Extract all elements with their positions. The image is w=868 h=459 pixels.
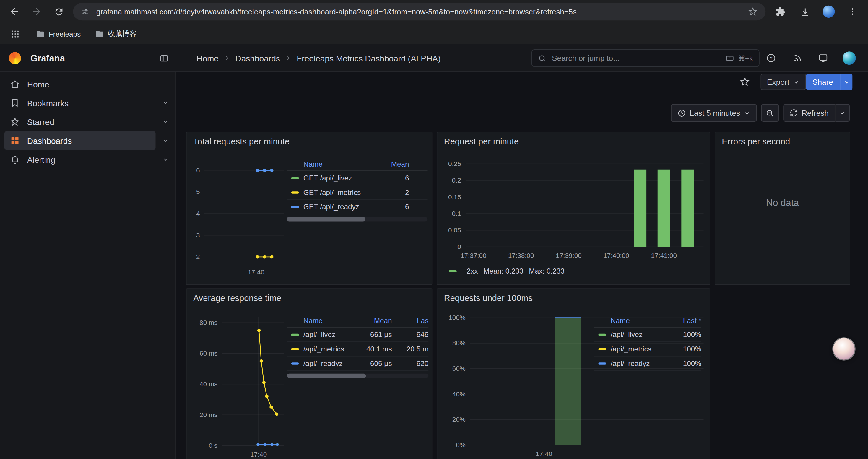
search-input[interactable] (551, 53, 720, 63)
panel-title[interactable]: Errors per second (722, 137, 790, 147)
refresh-label: Refresh (802, 108, 829, 117)
series-label[interactable]: 2xx (467, 267, 478, 275)
legend-sort-header[interactable]: Mean (355, 317, 392, 325)
share-button[interactable]: Share (806, 73, 840, 90)
svg-text:0.1: 0.1 (452, 210, 461, 218)
legend-scrollbar[interactable] (287, 374, 429, 378)
export-label: Export (767, 77, 789, 86)
apps-grid-icon[interactable] (8, 27, 22, 40)
sidebar-item-bookmarks[interactable]: Bookmarks (0, 94, 176, 112)
legend-sort-header[interactable]: Las (392, 317, 429, 325)
grafana-top-nav: Grafana Home Dashboards Freeleaps Metric… (0, 44, 868, 72)
url-text[interactable]: grafana.mathmast.com/d/deytv4rwavabkb/fr… (96, 7, 748, 15)
sidebar-item-alerting[interactable]: Alerting (0, 150, 176, 169)
svg-text:80 ms: 80 ms (199, 319, 217, 326)
sidebar-item-dashboards[interactable]: Dashboards (0, 131, 176, 150)
time-range-button[interactable]: Last 5 minutes (671, 104, 757, 122)
export-button[interactable]: Export (761, 73, 806, 90)
svg-text:17:40: 17:40 (536, 450, 552, 458)
legend-row[interactable]: /api/_readyz100% (594, 357, 702, 371)
sidebar-toggle-icon[interactable] (159, 54, 169, 63)
legend-row[interactable]: GET /api/_metrics2 (287, 186, 428, 200)
back-button[interactable] (8, 5, 21, 18)
chevron-down-icon[interactable] (156, 100, 176, 106)
magnifier-minus-icon (766, 109, 774, 117)
search-shortcut-keys: ⌘+k (738, 54, 753, 62)
bookmark-item-freeleaps[interactable]: Freeleaps (36, 29, 81, 38)
zoom-out-button[interactable] (761, 104, 779, 122)
help-icon[interactable]: ? (765, 52, 778, 65)
series-max: Max: 0.233 (529, 267, 565, 275)
panel-request-per-minute: Request per minute 0.250.20.150.10.05017… (437, 132, 710, 285)
legend-row[interactable]: GET /api/_livez6 (287, 171, 428, 186)
bookmark-item-blogs[interactable]: 收藏博客 (95, 29, 137, 39)
series-color-marker (291, 205, 299, 208)
bookmark-star-icon[interactable] (748, 6, 758, 17)
refresh-interval-caret[interactable] (835, 104, 850, 122)
svg-text:17:37:00: 17:37:00 (461, 252, 486, 259)
browser-menu-kebab-icon[interactable] (846, 5, 859, 18)
sync-icon (790, 109, 798, 117)
series-value: 620 (392, 359, 429, 367)
panel-total-requests: Total requests per minute 6543217:40 Nam… (186, 132, 433, 285)
svg-text:0%: 0% (456, 441, 465, 449)
share-caret-button[interactable] (840, 73, 852, 90)
scrollbar-thumb[interactable] (287, 217, 366, 221)
svg-text:17:39:00: 17:39:00 (556, 252, 582, 259)
reload-button[interactable] (52, 5, 65, 18)
address-bar[interactable]: grafana.mathmast.com/d/deytv4rwavabkb/fr… (73, 3, 766, 21)
legend-table: NameLast */api/_livez100%/api/_metrics10… (594, 314, 702, 371)
floating-assistant-avatar[interactable] (833, 338, 855, 360)
sidebar-item-starred[interactable]: Starred (0, 112, 176, 131)
chevron-down-icon (839, 110, 845, 116)
svg-text:0.2: 0.2 (452, 177, 461, 184)
browser-profile-avatar[interactable] (823, 6, 835, 18)
legend-row[interactable]: GET /api/_readyz6 (287, 200, 428, 214)
legend-sort-header[interactable]: Mean (373, 160, 409, 168)
sidebar-item-label: Alerting (27, 155, 55, 164)
legend-row[interactable]: /api/_livez661 µs646 (287, 328, 429, 342)
legend-row[interactable]: /api/_metrics100% (594, 342, 702, 357)
series-value: 605 µs (355, 359, 392, 367)
series-color-marker (291, 348, 299, 350)
chevron-down-icon[interactable] (156, 119, 176, 125)
series-name: /api/_readyz (611, 359, 665, 367)
breadcrumb-item-dashboards[interactable]: Dashboards (235, 54, 280, 63)
display-monitor-icon[interactable] (816, 52, 830, 65)
legend-row[interactable]: /api/_metrics40.1 ms20.5 m (287, 342, 429, 357)
series-value: 20.5 m (392, 345, 429, 353)
panel-requests-under-100ms: Requests under 100ms 100%80%60%40%20%0%1… (437, 288, 710, 459)
legend-sort-header[interactable]: Last * (665, 317, 701, 325)
grafana-logo[interactable] (9, 52, 21, 64)
chevron-down-icon[interactable] (156, 156, 176, 162)
series-value: 6 (373, 174, 409, 182)
search-box[interactable]: ⌘+k (531, 49, 760, 67)
legend-row[interactable]: /api/_readyz605 µs620 (287, 357, 429, 371)
extensions-puzzle-icon[interactable] (774, 5, 787, 18)
share-split-button: Share (806, 73, 852, 90)
series-name: /api/_livez (303, 330, 355, 339)
refresh-button[interactable]: Refresh (783, 104, 835, 122)
series-value: 100% (665, 359, 701, 367)
sidebar-item-home[interactable]: Home (0, 75, 176, 94)
svg-text:0: 0 (457, 243, 461, 251)
legend-row[interactable]: /api/_livez100% (594, 328, 702, 342)
star-icon (10, 117, 20, 127)
series-value: 100% (665, 345, 701, 353)
site-settings-icon[interactable] (81, 7, 90, 16)
legend-scrollbar[interactable] (287, 217, 428, 221)
series-color-marker (291, 177, 299, 179)
breadcrumb-item-home[interactable]: Home (196, 54, 219, 63)
svg-text:17:40: 17:40 (250, 451, 267, 458)
legend-header: NameLast * (594, 314, 702, 328)
forward-button[interactable] (30, 5, 43, 18)
download-icon[interactable] (798, 5, 812, 18)
favorite-star-icon[interactable] (740, 76, 750, 87)
scrollbar-thumb[interactable] (287, 374, 366, 378)
chevron-down-icon[interactable] (156, 137, 176, 144)
dashboard-area: Export Share Last 5 minutes (176, 72, 868, 459)
news-rss-icon[interactable] (790, 52, 804, 65)
svg-text:6: 6 (196, 167, 200, 174)
sidebar-item-label: Starred (27, 117, 54, 126)
grafana-profile-avatar[interactable] (843, 52, 856, 65)
